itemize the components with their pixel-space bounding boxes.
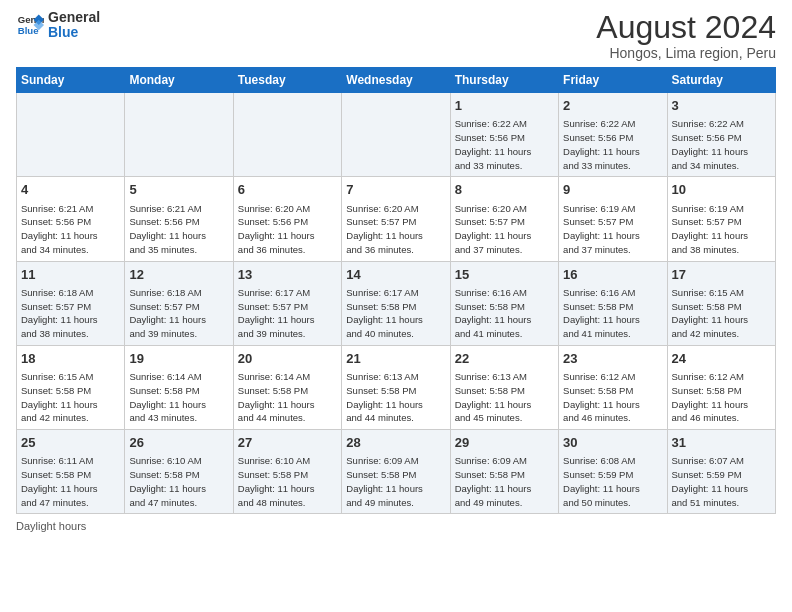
main-title: August 2024 (596, 10, 776, 45)
page-header: General Blue General Blue August 2024 Ho… (16, 10, 776, 61)
week-row-3: 11Sunrise: 6:18 AM Sunset: 5:57 PM Dayli… (17, 261, 776, 345)
calendar-cell: 15Sunrise: 6:16 AM Sunset: 5:58 PM Dayli… (450, 261, 558, 345)
header-friday: Friday (559, 68, 667, 93)
day-info: Sunrise: 6:07 AM Sunset: 5:59 PM Dayligh… (672, 454, 771, 509)
day-number: 24 (672, 350, 771, 368)
calendar-cell: 16Sunrise: 6:16 AM Sunset: 5:58 PM Dayli… (559, 261, 667, 345)
day-number: 31 (672, 434, 771, 452)
day-info: Sunrise: 6:08 AM Sunset: 5:59 PM Dayligh… (563, 454, 662, 509)
day-number: 22 (455, 350, 554, 368)
day-number: 20 (238, 350, 337, 368)
day-info: Sunrise: 6:20 AM Sunset: 5:56 PM Dayligh… (238, 202, 337, 257)
calendar-cell: 17Sunrise: 6:15 AM Sunset: 5:58 PM Dayli… (667, 261, 775, 345)
calendar-cell: 4Sunrise: 6:21 AM Sunset: 5:56 PM Daylig… (17, 177, 125, 261)
week-row-4: 18Sunrise: 6:15 AM Sunset: 5:58 PM Dayli… (17, 345, 776, 429)
day-number: 10 (672, 181, 771, 199)
logo: General Blue General Blue (16, 10, 100, 41)
day-info: Sunrise: 6:14 AM Sunset: 5:58 PM Dayligh… (129, 370, 228, 425)
day-info: Sunrise: 6:10 AM Sunset: 5:58 PM Dayligh… (129, 454, 228, 509)
day-number: 1 (455, 97, 554, 115)
calendar-cell: 25Sunrise: 6:11 AM Sunset: 5:58 PM Dayli… (17, 430, 125, 514)
day-number: 21 (346, 350, 445, 368)
header-thursday: Thursday (450, 68, 558, 93)
day-info: Sunrise: 6:21 AM Sunset: 5:56 PM Dayligh… (21, 202, 120, 257)
day-info: Sunrise: 6:19 AM Sunset: 5:57 PM Dayligh… (672, 202, 771, 257)
calendar-cell: 19Sunrise: 6:14 AM Sunset: 5:58 PM Dayli… (125, 345, 233, 429)
day-info: Sunrise: 6:10 AM Sunset: 5:58 PM Dayligh… (238, 454, 337, 509)
day-number: 17 (672, 266, 771, 284)
calendar-cell: 27Sunrise: 6:10 AM Sunset: 5:58 PM Dayli… (233, 430, 341, 514)
day-number: 13 (238, 266, 337, 284)
day-info: Sunrise: 6:12 AM Sunset: 5:58 PM Dayligh… (563, 370, 662, 425)
calendar-cell: 20Sunrise: 6:14 AM Sunset: 5:58 PM Dayli… (233, 345, 341, 429)
calendar-cell: 26Sunrise: 6:10 AM Sunset: 5:58 PM Dayli… (125, 430, 233, 514)
calendar-cell: 12Sunrise: 6:18 AM Sunset: 5:57 PM Dayli… (125, 261, 233, 345)
calendar-cell: 22Sunrise: 6:13 AM Sunset: 5:58 PM Dayli… (450, 345, 558, 429)
calendar-cell: 5Sunrise: 6:21 AM Sunset: 5:56 PM Daylig… (125, 177, 233, 261)
header-monday: Monday (125, 68, 233, 93)
day-number: 23 (563, 350, 662, 368)
day-info: Sunrise: 6:13 AM Sunset: 5:58 PM Dayligh… (346, 370, 445, 425)
calendar-cell: 21Sunrise: 6:13 AM Sunset: 5:58 PM Dayli… (342, 345, 450, 429)
day-info: Sunrise: 6:14 AM Sunset: 5:58 PM Dayligh… (238, 370, 337, 425)
logo-icon: General Blue (16, 11, 44, 39)
subtitle: Hongos, Lima region, Peru (596, 45, 776, 61)
day-info: Sunrise: 6:19 AM Sunset: 5:57 PM Dayligh… (563, 202, 662, 257)
day-number: 14 (346, 266, 445, 284)
day-info: Sunrise: 6:20 AM Sunset: 5:57 PM Dayligh… (455, 202, 554, 257)
day-number: 6 (238, 181, 337, 199)
calendar-cell (17, 93, 125, 177)
day-info: Sunrise: 6:15 AM Sunset: 5:58 PM Dayligh… (21, 370, 120, 425)
calendar-cell: 6Sunrise: 6:20 AM Sunset: 5:56 PM Daylig… (233, 177, 341, 261)
day-number: 19 (129, 350, 228, 368)
calendar-cell: 8Sunrise: 6:20 AM Sunset: 5:57 PM Daylig… (450, 177, 558, 261)
calendar-table: SundayMondayTuesdayWednesdayThursdayFrid… (16, 67, 776, 514)
day-info: Sunrise: 6:18 AM Sunset: 5:57 PM Dayligh… (21, 286, 120, 341)
day-number: 3 (672, 97, 771, 115)
calendar-header-row: SundayMondayTuesdayWednesdayThursdayFrid… (17, 68, 776, 93)
calendar-cell: 1Sunrise: 6:22 AM Sunset: 5:56 PM Daylig… (450, 93, 558, 177)
calendar-cell: 11Sunrise: 6:18 AM Sunset: 5:57 PM Dayli… (17, 261, 125, 345)
calendar-cell: 13Sunrise: 6:17 AM Sunset: 5:57 PM Dayli… (233, 261, 341, 345)
calendar-cell: 3Sunrise: 6:22 AM Sunset: 5:56 PM Daylig… (667, 93, 775, 177)
day-info: Sunrise: 6:17 AM Sunset: 5:57 PM Dayligh… (238, 286, 337, 341)
day-info: Sunrise: 6:15 AM Sunset: 5:58 PM Dayligh… (672, 286, 771, 341)
header-saturday: Saturday (667, 68, 775, 93)
day-info: Sunrise: 6:18 AM Sunset: 5:57 PM Dayligh… (129, 286, 228, 341)
calendar-cell: 14Sunrise: 6:17 AM Sunset: 5:58 PM Dayli… (342, 261, 450, 345)
day-info: Sunrise: 6:13 AM Sunset: 5:58 PM Dayligh… (455, 370, 554, 425)
day-info: Sunrise: 6:09 AM Sunset: 5:58 PM Dayligh… (455, 454, 554, 509)
calendar-cell (233, 93, 341, 177)
day-number: 28 (346, 434, 445, 452)
day-number: 8 (455, 181, 554, 199)
day-info: Sunrise: 6:17 AM Sunset: 5:58 PM Dayligh… (346, 286, 445, 341)
calendar-cell: 24Sunrise: 6:12 AM Sunset: 5:58 PM Dayli… (667, 345, 775, 429)
day-info: Sunrise: 6:22 AM Sunset: 5:56 PM Dayligh… (672, 117, 771, 172)
week-row-2: 4Sunrise: 6:21 AM Sunset: 5:56 PM Daylig… (17, 177, 776, 261)
day-number: 30 (563, 434, 662, 452)
day-info: Sunrise: 6:11 AM Sunset: 5:58 PM Dayligh… (21, 454, 120, 509)
calendar-cell (342, 93, 450, 177)
day-number: 16 (563, 266, 662, 284)
calendar-cell: 29Sunrise: 6:09 AM Sunset: 5:58 PM Dayli… (450, 430, 558, 514)
day-number: 2 (563, 97, 662, 115)
legend-label: Daylight hours (16, 520, 86, 532)
week-row-5: 25Sunrise: 6:11 AM Sunset: 5:58 PM Dayli… (17, 430, 776, 514)
calendar-cell: 18Sunrise: 6:15 AM Sunset: 5:58 PM Dayli… (17, 345, 125, 429)
calendar-cell: 28Sunrise: 6:09 AM Sunset: 5:58 PM Dayli… (342, 430, 450, 514)
day-number: 11 (21, 266, 120, 284)
day-number: 25 (21, 434, 120, 452)
day-number: 26 (129, 434, 228, 452)
day-number: 15 (455, 266, 554, 284)
calendar-cell: 9Sunrise: 6:19 AM Sunset: 5:57 PM Daylig… (559, 177, 667, 261)
day-number: 12 (129, 266, 228, 284)
day-info: Sunrise: 6:16 AM Sunset: 5:58 PM Dayligh… (455, 286, 554, 341)
day-info: Sunrise: 6:09 AM Sunset: 5:58 PM Dayligh… (346, 454, 445, 509)
day-info: Sunrise: 6:16 AM Sunset: 5:58 PM Dayligh… (563, 286, 662, 341)
calendar-cell: 2Sunrise: 6:22 AM Sunset: 5:56 PM Daylig… (559, 93, 667, 177)
header-wednesday: Wednesday (342, 68, 450, 93)
day-info: Sunrise: 6:20 AM Sunset: 5:57 PM Dayligh… (346, 202, 445, 257)
day-info: Sunrise: 6:21 AM Sunset: 5:56 PM Dayligh… (129, 202, 228, 257)
calendar-cell: 10Sunrise: 6:19 AM Sunset: 5:57 PM Dayli… (667, 177, 775, 261)
calendar-cell: 30Sunrise: 6:08 AM Sunset: 5:59 PM Dayli… (559, 430, 667, 514)
